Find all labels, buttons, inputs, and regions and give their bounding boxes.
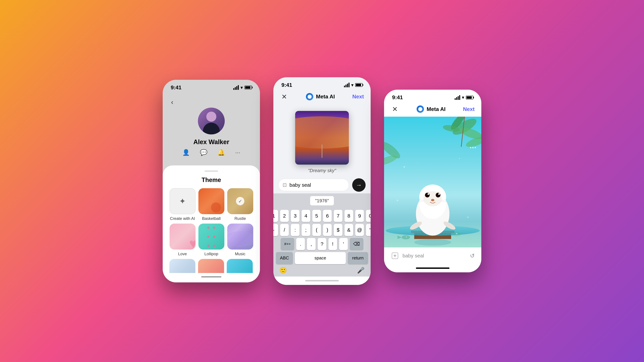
abc-key[interactable]: ABC	[276, 252, 293, 264]
theme-thumb-lollipop[interactable]	[198, 224, 224, 250]
theme-item-ai[interactable]: ✦ Create with AI	[170, 188, 196, 221]
key-period[interactable]: .	[296, 238, 305, 250]
text-input-box[interactable]: ⊡ baby seal	[278, 179, 349, 191]
bottom-row: ABC space return	[276, 252, 368, 264]
key-5[interactable]: 5	[312, 210, 321, 222]
svg-point-33	[431, 199, 434, 201]
key-1[interactable]: 1	[273, 210, 278, 222]
key-6[interactable]: 6	[323, 210, 332, 222]
key-apostrophe[interactable]: '	[339, 238, 348, 250]
key-hashplus[interactable]: #+=	[281, 238, 294, 250]
key-exclaim[interactable]: !	[328, 238, 337, 250]
send-button-2[interactable]	[352, 178, 366, 192]
key-lparen[interactable]: (	[312, 224, 321, 236]
meta-ai-name-2: Meta AI	[316, 93, 335, 100]
status-icons-3: ▾	[455, 95, 473, 100]
profile-section: ‹ Alex Walker 👤 💬 🔔 ···	[163, 93, 260, 165]
input-text-2[interactable]: baby seal	[290, 182, 345, 188]
delete-key[interactable]: ⌫	[350, 238, 363, 250]
key-slash[interactable]: /	[280, 224, 289, 236]
key-question[interactable]: ?	[318, 238, 326, 250]
meta-ai-logo-2	[306, 93, 313, 100]
next-button-3[interactable]: Next	[463, 106, 474, 112]
symbol-row-1: - / : ; ( ) $ & @ "	[276, 224, 368, 236]
key-2[interactable]: 2	[280, 210, 289, 222]
meta-ai-title-group-3: Meta AI	[416, 105, 446, 113]
key-rparen[interactable]: )	[323, 224, 332, 236]
person-icon[interactable]: 👤	[182, 149, 190, 156]
theme-item-music[interactable]: Music	[227, 224, 253, 256]
theme-thumb-love[interactable]	[170, 224, 196, 250]
key-9[interactable]: 9	[355, 210, 364, 222]
bell-icon[interactable]: 🔔	[218, 149, 225, 156]
theme-thumb-partial1[interactable]	[170, 259, 196, 273]
key-dollar[interactable]: $	[334, 224, 342, 236]
symbol-row-2: #+= . , ? ! ' ⌫	[276, 238, 368, 250]
theme-sheet: Theme ✦ Create with AI Basketball Rustle	[163, 165, 260, 282]
theme-item-love[interactable]: Love	[170, 224, 196, 256]
svg-point-40	[470, 147, 471, 148]
profile-action-icons: 👤 💬 🔔 ···	[182, 149, 240, 156]
return-key[interactable]: return	[348, 252, 368, 264]
signal-icon-3	[455, 95, 460, 100]
key-colon[interactable]: :	[291, 224, 300, 236]
close-button-3[interactable]: ✕	[391, 105, 399, 113]
theme-label-music: Music	[235, 252, 246, 256]
svg-point-41	[472, 147, 474, 148]
seal-illustration	[384, 117, 481, 247]
theme-thumb-basketball[interactable]	[198, 188, 224, 214]
key-amp[interactable]: &	[344, 224, 353, 236]
refresh-button-3[interactable]: ↺	[470, 252, 474, 259]
key-at[interactable]: @	[355, 224, 364, 236]
key-quote[interactable]: "	[366, 224, 371, 236]
theme-thumb-rustle[interactable]	[227, 188, 253, 214]
theme-label-lollipop: Lollipop	[204, 252, 218, 256]
status-icons-2: ▾	[344, 82, 362, 88]
key-semicolon[interactable]: ;	[302, 224, 310, 236]
selected-check	[236, 197, 244, 205]
theme-label-basketball: Basketball	[202, 216, 221, 221]
status-time-3: 9:41	[392, 94, 403, 100]
phone-2: 9:41 ▾ ✕ Meta AI Next "Dreamy sky" ⊡ bab…	[273, 77, 371, 285]
more-icon[interactable]: ···	[235, 149, 240, 156]
avatar	[198, 108, 225, 134]
theme-label-ai: Create with AI	[170, 216, 195, 221]
chat-icon[interactable]: 💬	[200, 149, 208, 156]
mic-button[interactable]: 🎤	[357, 267, 364, 274]
meta-ai-logo-3	[416, 105, 424, 113]
key-7[interactable]: 7	[334, 210, 342, 222]
theme-thumb-ai[interactable]: ✦	[170, 188, 196, 214]
svg-point-11	[397, 200, 398, 201]
next-button-2[interactable]: Next	[352, 93, 364, 100]
svg-point-10	[459, 158, 460, 159]
phone3-bottom: baby seal ↺	[384, 247, 481, 264]
suggestion-item[interactable]: "1976"	[310, 196, 334, 205]
theme-thumb-partial3[interactable]	[227, 259, 253, 273]
home-bar-2	[305, 280, 339, 281]
username-label: Alex Walker	[193, 138, 229, 146]
theme-thumb-music[interactable]	[227, 224, 253, 250]
theme-item-rustle[interactable]: Rustle	[227, 188, 253, 221]
theme-item-basketball[interactable]: Basketball	[198, 188, 224, 221]
wifi-icon-1: ▾	[240, 85, 243, 90]
theme-label-love: Love	[178, 252, 187, 256]
emoji-button[interactable]: 🙂	[280, 267, 287, 274]
key-3[interactable]: 3	[291, 210, 300, 222]
back-button[interactable]: ‹	[170, 97, 175, 108]
key-dash[interactable]: -	[273, 224, 278, 236]
theme-thumb-partial2[interactable]	[198, 259, 224, 273]
svg-point-42	[474, 147, 476, 148]
battery-icon-2	[355, 83, 362, 87]
key-comma[interactable]: ,	[307, 238, 316, 250]
generate-icon-2: ⊡	[282, 182, 287, 188]
home-bar-3	[416, 268, 450, 269]
key-4[interactable]: 4	[302, 210, 310, 222]
battery-icon-1	[244, 86, 252, 89]
battery-icon-3	[466, 96, 473, 99]
close-button-2[interactable]: ✕	[280, 92, 288, 101]
theme-item-lollipop[interactable]: Lollipop	[198, 224, 224, 256]
key-0[interactable]: 0	[366, 210, 371, 222]
svg-point-9	[404, 166, 405, 168]
key-8[interactable]: 8	[344, 210, 353, 222]
space-key[interactable]: space	[295, 252, 346, 264]
